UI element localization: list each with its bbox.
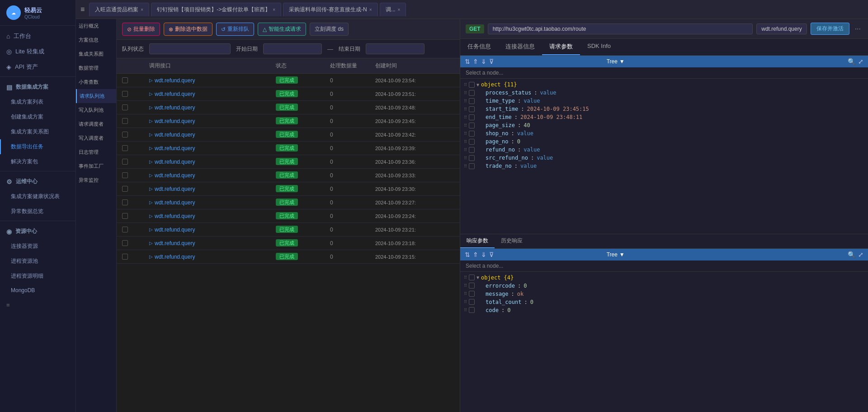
row-checkbox-10[interactable]: [122, 213, 128, 219]
req-node-0[interactable]: ⠿ process_status : value: [460, 89, 868, 97]
table-row[interactable]: ▷ wdt.refund.query 已完成 0 2024-10-09 23:3…: [117, 155, 460, 169]
row-checkbox-7[interactable]: [122, 172, 128, 178]
resp-tree-collapse-icon[interactable]: ⇅: [465, 251, 470, 258]
table-row[interactable]: ▷ wdt.refund.query 已完成 0 2024-10-09 23:2…: [117, 209, 460, 223]
req-node-checkbox-1[interactable]: [469, 98, 475, 104]
left-nav-log-mgmt[interactable]: 日志管理: [76, 145, 116, 159]
tab-3-close[interactable]: ×: [398, 7, 401, 12]
left-nav-run-overview[interactable]: 运行概况: [76, 19, 116, 33]
table-row[interactable]: ▷ wdt.refund.query 已完成 0 2024-10-09 23:5…: [117, 74, 460, 87]
row-checkbox-1[interactable]: [122, 91, 128, 97]
req-node-checkbox-0[interactable]: [469, 90, 475, 96]
tree-expand-icon[interactable]: ⇑: [473, 58, 478, 65]
auto-generate-btn[interactable]: △ 智能生成请求: [258, 23, 306, 36]
resp-node-checkbox-0[interactable]: [469, 283, 475, 289]
resp-node-2[interactable]: ⠿ total_count : 0: [460, 298, 868, 306]
sidebar-item-api[interactable]: ◈ API 资产: [0, 59, 75, 75]
row-api-2[interactable]: ▷ wdt.refund.query: [149, 104, 276, 111]
table-row[interactable]: ▷ wdt.refund.query 已完成 0 2024-10-09 23:2…: [117, 196, 460, 209]
resp-tree-root-arrow[interactable]: ▼: [476, 275, 479, 280]
sidebar-item-relation-map[interactable]: 集成方案关系图: [0, 124, 75, 139]
save-activate-btn[interactable]: 保存并激活: [811, 23, 849, 35]
info-tab-sdk[interactable]: SDK Info: [580, 39, 618, 55]
left-nav-exception-monitor[interactable]: 异常监控: [76, 173, 116, 187]
tab-2-close[interactable]: ×: [369, 7, 372, 12]
resp-tree-filter-icon[interactable]: ⊽: [489, 251, 494, 258]
sidebar-item-exception[interactable]: 异常数据总览: [0, 204, 75, 219]
req-node-checkbox-2[interactable]: [469, 106, 475, 112]
url-input[interactable]: [488, 24, 753, 34]
sidebar-item-mongodb[interactable]: MongoDB: [0, 284, 75, 297]
req-node-checkbox-7[interactable]: [469, 147, 475, 153]
row-checkbox-12[interactable]: [122, 240, 128, 246]
row-checkbox-8[interactable]: [122, 186, 128, 192]
response-tab-params[interactable]: 响应参数: [460, 234, 495, 248]
delete-selected-btn[interactable]: ⊗ 删除选中数据: [164, 23, 212, 36]
left-nav-request-queue[interactable]: 请求队列池: [76, 89, 116, 103]
req-node-checkbox-6[interactable]: [469, 139, 475, 145]
row-api-11[interactable]: ▷ wdt.refund.query: [149, 227, 276, 233]
tab-2[interactable]: 采购退料单回传-赛意直接生成-N ×: [283, 3, 378, 16]
topbar-menu-icon[interactable]: ≡: [80, 5, 85, 14]
row-api-7[interactable]: ▷ wdt.refund.query: [149, 172, 276, 179]
sidebar-item-ops[interactable]: ⚙ 运维中心: [0, 173, 75, 189]
resp-tree-search-icon[interactable]: 🔍: [848, 251, 855, 258]
table-row[interactable]: ▷ wdt.refund.query 已完成 0 2024-10-09 23:4…: [117, 114, 460, 128]
tree-filter-icon[interactable]: ⊽: [489, 58, 494, 65]
req-node-4[interactable]: ⠿ page_size : 40: [460, 121, 868, 129]
req-node-7[interactable]: ⠿ refund_no : value: [460, 146, 868, 154]
tab-1[interactable]: 钉钉报销【项目报销类】->金蝶付款单【班西】 ×: [151, 3, 281, 16]
resp-node-3[interactable]: ⠿ code : 0: [460, 306, 868, 314]
tree-sort-icon[interactable]: ⇓: [481, 58, 486, 65]
queue-status-input[interactable]: [149, 43, 231, 54]
sidebar-item-data-export[interactable]: 数据导出任务: [0, 139, 75, 154]
sidebar-item-plan-list[interactable]: 集成方案列表: [0, 95, 75, 109]
row-api-8[interactable]: ▷ wdt.refund.query: [149, 186, 276, 192]
req-node-3[interactable]: ⠿ end_time : 2024-10-09 23:48:11: [460, 113, 868, 121]
resp-tree-root-row[interactable]: ⠿ ▼ object {4}: [460, 274, 868, 282]
tree-search-icon[interactable]: 🔍: [848, 58, 855, 65]
resp-node-1[interactable]: ⠿ message : ok: [460, 290, 868, 298]
req-node-6[interactable]: ⠿ page_no : 0: [460, 137, 868, 146]
req-node-checkbox-8[interactable]: [469, 155, 475, 161]
req-node-checkbox-5[interactable]: [469, 131, 475, 137]
requeue-btn[interactable]: ↺ 重新排队: [216, 23, 254, 36]
tab-1-close[interactable]: ×: [273, 7, 275, 12]
sidebar-item-solution-pkg[interactable]: 解决方案包: [0, 154, 75, 169]
end-date-input[interactable]: [366, 43, 425, 54]
tree-root-row[interactable]: ⠿ ▼ object {11}: [460, 81, 868, 89]
tree-collapse-icon[interactable]: ⇅: [465, 58, 470, 65]
resp-tree-dropdown-icon[interactable]: ▼: [619, 251, 625, 258]
table-row[interactable]: ▷ wdt.refund.query 已完成 0 2024-10-09 23:4…: [117, 128, 460, 142]
sidebar-item-health[interactable]: 集成方案健康状况表: [0, 189, 75, 204]
sidebar-item-data-integration[interactable]: ▤ 数据集成方案: [0, 79, 75, 95]
table-row[interactable]: ▷ wdt.refund.query 已完成 0 2024-10-09 23:1…: [117, 250, 460, 264]
row-api-1[interactable]: ▷ wdt.refund.query: [149, 91, 276, 97]
req-node-checkbox-9[interactable]: [469, 163, 475, 169]
table-row[interactable]: ▷ wdt.refund.query 已完成 0 2024-10-09 23:3…: [117, 142, 460, 155]
row-checkbox-13[interactable]: [122, 254, 128, 260]
resp-tree-root-checkbox[interactable]: [469, 275, 475, 280]
table-row[interactable]: ▷ wdt.refund.query 已完成 0 2024-10-09 23:1…: [117, 237, 460, 250]
row-api-3[interactable]: ▷ wdt.refund.query: [149, 118, 276, 124]
resp-tree-expand-arrows[interactable]: ⤢: [858, 251, 863, 258]
table-row[interactable]: ▷ wdt.refund.query 已完成 0 2024-10-09 23:5…: [117, 87, 460, 101]
more-options-icon[interactable]: ···: [853, 25, 863, 33]
sidebar-item-create-plan[interactable]: 创建集成方案: [0, 109, 75, 124]
row-checkbox-0[interactable]: [122, 77, 128, 83]
sidebar-bottom[interactable]: ≡: [0, 297, 75, 313]
start-date-input[interactable]: [263, 43, 322, 54]
sidebar-logo[interactable]: ☁ 轻易云 QCloud: [0, 0, 75, 26]
row-checkbox-5[interactable]: [122, 145, 128, 151]
row-checkbox-6[interactable]: [122, 159, 128, 165]
table-row[interactable]: ▷ wdt.refund.query 已完成 0 2024-10-09 23:3…: [117, 182, 460, 196]
row-checkbox-9[interactable]: [122, 199, 128, 205]
row-checkbox-2[interactable]: [122, 104, 128, 110]
schedule-btn[interactable]: 立刻调度 ds: [310, 23, 349, 36]
row-api-5[interactable]: ▷ wdt.refund.query: [149, 145, 276, 152]
left-nav-xiao-qing[interactable]: 小青查数: [76, 75, 116, 89]
info-tab-task[interactable]: 任务信息: [460, 39, 498, 55]
row-api-10[interactable]: ▷ wdt.refund.query: [149, 213, 276, 219]
req-node-2[interactable]: ⠿ start_time : 2024-10-09 23:45:15: [460, 105, 868, 113]
left-nav-request-scheduler[interactable]: 请求调度者: [76, 117, 116, 131]
